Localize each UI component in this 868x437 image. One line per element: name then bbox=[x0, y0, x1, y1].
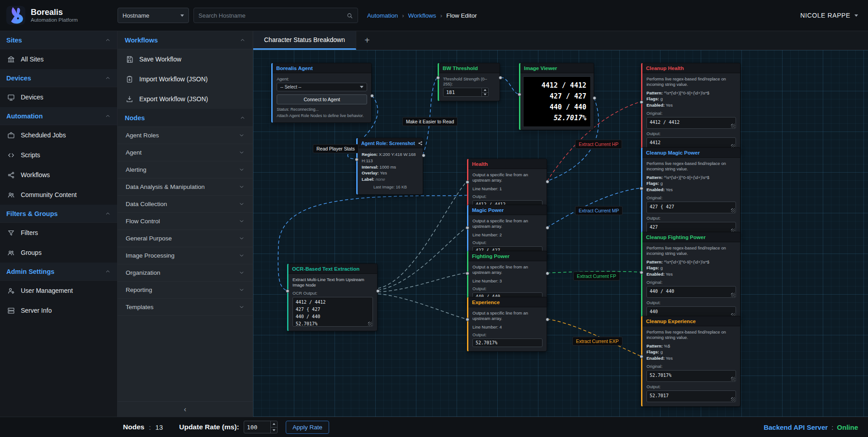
save-workflow-button[interactable]: Save Workflow bbox=[118, 49, 253, 69]
node-category-image-processing[interactable]: Image Processing bbox=[118, 247, 253, 264]
node-category-agent[interactable]: Agent bbox=[118, 144, 253, 161]
breadcrumb-automation[interactable]: Automation bbox=[367, 12, 398, 19]
node-bw-threshold[interactable]: BW Threshold Threshold Strength (0–255): bbox=[438, 63, 500, 101]
sidebar-item-scripts[interactable]: Scripts bbox=[0, 145, 117, 165]
annotation-make-it-easier[interactable]: Make it Easier to Read bbox=[402, 117, 458, 126]
node-category-alerting[interactable]: Alerting bbox=[118, 161, 253, 179]
original-textarea[interactable]: 52.7017% bbox=[646, 370, 736, 382]
input-port[interactable] bbox=[640, 355, 643, 358]
output-port[interactable] bbox=[546, 226, 549, 230]
node-description: Performs live regex-based find/replace o… bbox=[646, 161, 736, 172]
update-rate-input-wrap bbox=[244, 421, 278, 433]
original-textarea[interactable]: 427 { 427 bbox=[646, 202, 736, 213]
input-port[interactable] bbox=[466, 226, 469, 230]
node-cleanup-health[interactable]: Cleanup Health Performs live regex-based… bbox=[641, 63, 741, 154]
sidebar-item-filters[interactable]: Filters bbox=[0, 223, 117, 243]
output-port[interactable] bbox=[422, 154, 425, 157]
sidebar-item-groups[interactable]: Groups bbox=[0, 243, 117, 263]
chevron-up-icon bbox=[240, 115, 245, 121]
spinner-down-button[interactable] bbox=[271, 428, 277, 433]
original-textarea[interactable]: 440 / 440 bbox=[646, 286, 736, 298]
search-input[interactable] bbox=[198, 12, 343, 19]
sidebar-item-community-content[interactable]: Community Content bbox=[0, 185, 117, 205]
node-category-flow-control[interactable]: Flow Control bbox=[118, 213, 253, 230]
output-port[interactable] bbox=[593, 96, 596, 100]
output-label: Output: bbox=[646, 384, 736, 389]
node-category-general-purpose[interactable]: General Purpose bbox=[118, 230, 253, 247]
import-workflow-button[interactable]: Import Workflow (JSON) bbox=[118, 69, 253, 89]
annotation-read-player-stats[interactable]: Read Player Stats bbox=[313, 144, 359, 153]
hostname-select[interactable]: Hostname bbox=[118, 8, 189, 23]
sidebar-item-workflows[interactable]: Workflows bbox=[0, 165, 117, 185]
node-cleanup-magic-power[interactable]: Cleanup Magic Power Performs live regex-… bbox=[641, 147, 741, 238]
spinner-up-button[interactable] bbox=[271, 421, 277, 428]
tab-character-status-breakdown[interactable]: Character Status Breakdown bbox=[253, 31, 356, 50]
threshold-input[interactable] bbox=[443, 88, 481, 96]
original-label: Original: bbox=[646, 280, 736, 285]
sidebar-item-scheduled-jobs[interactable]: Scheduled Jobs bbox=[0, 125, 117, 145]
apply-rate-button[interactable]: Apply Rate bbox=[286, 421, 329, 434]
add-tab-button[interactable]: + bbox=[356, 31, 378, 50]
node-agent-role-screenshot[interactable]: Agent Role: Screenshot Region: X:200 Y:4… bbox=[356, 138, 423, 195]
sidebar-section-sites[interactable]: Sites bbox=[0, 31, 117, 49]
output-port[interactable] bbox=[546, 272, 549, 275]
input-port[interactable] bbox=[436, 76, 440, 80]
input-port[interactable] bbox=[640, 271, 643, 274]
download-icon bbox=[126, 95, 133, 103]
output-input[interactable] bbox=[472, 338, 542, 347]
sidebar-item-user-management[interactable]: User Management bbox=[0, 281, 117, 301]
input-port[interactable] bbox=[466, 318, 469, 321]
node-category-reporting[interactable]: Reporting bbox=[118, 282, 253, 299]
breadcrumb-workflows[interactable]: Workflows bbox=[408, 12, 436, 19]
node-cleanup-experience[interactable]: Cleanup Experience Performs live regex-b… bbox=[641, 316, 741, 407]
input-port[interactable] bbox=[466, 180, 469, 184]
sidebar-section-admin-settings[interactable]: Admin Settings bbox=[0, 263, 117, 281]
sidebar-section-devices[interactable]: Devices bbox=[0, 69, 117, 87]
sidebar-item-devices[interactable]: Devices bbox=[0, 87, 117, 107]
input-port[interactable] bbox=[640, 187, 643, 190]
agent-select[interactable]: -- Select -- bbox=[277, 83, 367, 91]
sidebar-item-server-info[interactable]: Server Info bbox=[0, 301, 117, 320]
update-rate-input[interactable] bbox=[244, 421, 270, 433]
output-port[interactable] bbox=[546, 318, 549, 321]
node-ocr-text-extraction[interactable]: OCR-Based Text Extraction Extract Multi-… bbox=[287, 263, 377, 331]
node-cleanup-fighting-power[interactable]: Cleanup Fighting Power Performs live reg… bbox=[641, 232, 741, 323]
original-textarea[interactable]: 4412 / 4412 bbox=[646, 117, 736, 129]
user-menu[interactable]: NICOLE RAPPE bbox=[800, 12, 858, 19]
node-category-templates[interactable]: Templates bbox=[118, 299, 253, 316]
input-port[interactable] bbox=[640, 100, 643, 104]
spinner-down-button[interactable] bbox=[482, 93, 488, 97]
export-workflow-button[interactable]: Export Workflow (JSON) bbox=[118, 89, 253, 109]
input-port[interactable] bbox=[355, 158, 359, 161]
share-icon[interactable] bbox=[418, 141, 423, 146]
output-port[interactable] bbox=[376, 289, 380, 293]
panel-section-nodes[interactable]: Nodes bbox=[118, 109, 253, 127]
edge-label-text: Extract Current HP bbox=[579, 141, 618, 147]
sidebar-item-all-sites[interactable]: All Sites bbox=[0, 49, 117, 69]
output-port[interactable] bbox=[499, 76, 502, 80]
node-category-organization[interactable]: Organization bbox=[118, 264, 253, 282]
collapse-panel-button[interactable]: ‹ bbox=[118, 401, 253, 417]
output-port[interactable] bbox=[546, 180, 549, 183]
flow-canvas[interactable]: Borealis Agent Agent: -- Select -- Conne… bbox=[253, 50, 868, 417]
region-label: Region: bbox=[362, 152, 377, 157]
output-port[interactable] bbox=[370, 94, 374, 98]
node-image-viewer[interactable]: Image Viewer 4412 / 4412 427 / 427 440 /… bbox=[519, 63, 594, 130]
ocr-output-textarea[interactable]: 4412 / 4412 427 { 427 440 / 440 52.7017% bbox=[292, 297, 373, 327]
input-port[interactable] bbox=[466, 272, 469, 275]
panel-section-workflows[interactable]: Workflows bbox=[118, 31, 253, 49]
node-category-data-collection[interactable]: Data Collection bbox=[118, 196, 253, 213]
node-title: Health bbox=[472, 161, 488, 167]
panel-item-label: Import Workflow (JSON) bbox=[139, 75, 208, 83]
node-borealis-agent[interactable]: Borealis Agent Agent: -- Select -- Conne… bbox=[271, 63, 372, 123]
node-experience[interactable]: Experience Output a specific line from a… bbox=[467, 297, 547, 352]
input-port[interactable] bbox=[286, 289, 289, 293]
sidebar-section-automation[interactable]: Automation bbox=[0, 107, 117, 125]
sidebar-section-filters-groups[interactable]: Filters & Groups bbox=[0, 205, 117, 223]
input-port[interactable] bbox=[518, 93, 521, 96]
node-category-data-analysis[interactable]: Data Analysis & Manipulation bbox=[118, 179, 253, 196]
output-textarea[interactable]: 52.7017 bbox=[646, 390, 736, 402]
node-category-agent-roles[interactable]: Agent Roles bbox=[118, 127, 253, 144]
spinner-up-button[interactable] bbox=[482, 88, 488, 93]
connect-to-agent-button[interactable]: Connect to Agent bbox=[277, 94, 367, 104]
